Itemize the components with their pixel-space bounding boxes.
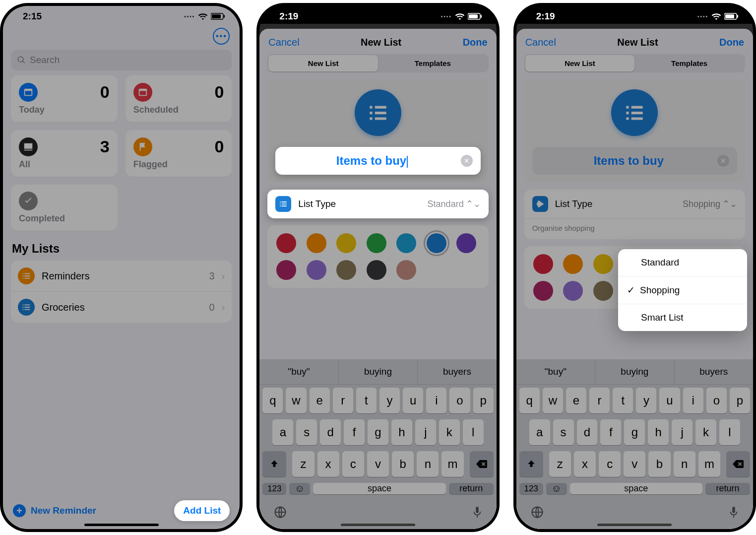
key-x[interactable]: x — [574, 451, 596, 477]
key-r[interactable]: r — [589, 388, 610, 413]
key-d[interactable]: d — [320, 419, 341, 445]
clear-icon[interactable]: ✕ — [717, 155, 729, 167]
emoji-key[interactable]: ☺ — [289, 483, 310, 494]
key-r[interactable]: r — [333, 388, 353, 413]
key-z[interactable]: z — [549, 451, 571, 477]
color-swatch[interactable] — [456, 233, 476, 253]
color-swatch[interactable] — [276, 233, 296, 253]
key-b[interactable]: b — [648, 451, 670, 477]
key-k[interactable]: k — [439, 419, 460, 445]
key-v[interactable]: v — [367, 451, 389, 477]
key-n[interactable]: n — [674, 451, 695, 477]
suggestion[interactable]: buyers — [418, 359, 496, 384]
shift-key[interactable] — [519, 451, 543, 477]
key-u[interactable]: u — [659, 388, 680, 413]
key-u[interactable]: u — [403, 388, 423, 413]
suggestion[interactable]: buyers — [675, 359, 753, 384]
smart-flagged[interactable]: 0 Flagged — [126, 130, 232, 177]
cancel-button[interactable]: Cancel — [268, 37, 299, 48]
key-k[interactable]: k — [695, 419, 716, 445]
home-indicator[interactable] — [597, 524, 672, 526]
color-swatch[interactable] — [533, 281, 553, 301]
number-key[interactable]: 123 — [519, 483, 543, 494]
key-m[interactable]: m — [441, 451, 463, 477]
key-c[interactable]: c — [599, 451, 621, 477]
seg-new-list[interactable]: New List — [525, 55, 635, 71]
number-key[interactable]: 123 — [262, 483, 286, 494]
key-l[interactable]: l — [719, 419, 740, 445]
list-item[interactable]: Groceries 0 › — [11, 292, 232, 323]
list-name-input[interactable]: Items to buy ✕ — [275, 147, 480, 175]
key-t[interactable]: t — [613, 388, 633, 413]
key-a[interactable]: a — [272, 419, 293, 445]
key-z[interactable]: z — [292, 451, 314, 477]
color-swatch[interactable] — [593, 254, 613, 274]
key-t[interactable]: t — [356, 388, 377, 413]
key-i[interactable]: i — [426, 388, 446, 413]
color-swatch[interactable] — [307, 260, 326, 280]
emoji-key[interactable]: ☺ — [546, 483, 567, 494]
globe-icon[interactable] — [530, 505, 544, 521]
home-indicator[interactable] — [84, 524, 159, 526]
suggestion[interactable]: "buy" — [259, 359, 338, 384]
smart-completed[interactable]: Completed — [11, 185, 118, 231]
color-swatch[interactable] — [563, 254, 583, 274]
key-m[interactable]: m — [698, 451, 720, 477]
key-q[interactable]: q — [519, 388, 540, 413]
key-w[interactable]: w — [286, 388, 306, 413]
menu-item-smartlist[interactable]: Smart List — [618, 304, 747, 331]
done-button[interactable]: Done — [719, 37, 744, 48]
key-e[interactable]: e — [310, 388, 330, 413]
mic-icon[interactable] — [728, 505, 739, 521]
color-swatch[interactable] — [367, 260, 386, 280]
key-s[interactable]: s — [296, 419, 317, 445]
color-swatch[interactable] — [533, 254, 553, 274]
key-a[interactable]: a — [529, 419, 550, 445]
suggestion[interactable]: buying — [339, 359, 418, 384]
seg-templates[interactable]: Templates — [634, 55, 744, 71]
list-type-row[interactable]: List Type Shopping⌃⌄ Organise shopping — [524, 190, 745, 239]
segmented-control[interactable]: New List Templates — [524, 54, 745, 72]
smart-all[interactable]: 3 All — [11, 130, 118, 177]
key-d[interactable]: d — [577, 419, 598, 445]
key-i[interactable]: i — [683, 388, 703, 413]
backspace-key[interactable] — [470, 451, 494, 477]
key-b[interactable]: b — [392, 451, 414, 477]
space-key[interactable]: space — [570, 483, 702, 494]
color-swatch[interactable] — [593, 281, 613, 301]
key-y[interactable]: y — [379, 388, 400, 413]
color-swatch[interactable] — [427, 233, 446, 253]
menu-item-standard[interactable]: Standard — [618, 249, 747, 276]
color-swatch[interactable] — [367, 233, 386, 253]
done-button[interactable]: Done — [463, 37, 488, 48]
backspace-key[interactable] — [726, 451, 750, 477]
segmented-control[interactable]: New List Templates — [267, 54, 488, 72]
key-f[interactable]: f — [600, 419, 621, 445]
key-e[interactable]: e — [566, 388, 586, 413]
key-p[interactable]: p — [473, 388, 494, 413]
new-reminder-button[interactable]: + New Reminder — [13, 504, 96, 517]
menu-item-shopping[interactable]: ✓Shopping — [618, 276, 747, 304]
list-type-row[interactable]: List Type Standard⌃⌄ — [267, 190, 488, 218]
list-icon-preview[interactable] — [611, 89, 658, 136]
smart-today[interactable]: 0 Today — [11, 75, 118, 122]
more-button[interactable]: ••• — [213, 28, 230, 45]
color-swatch[interactable] — [336, 233, 356, 253]
key-h[interactable]: h — [648, 419, 669, 445]
add-list-button[interactable]: Add List — [174, 500, 230, 521]
key-o[interactable]: o — [706, 388, 727, 413]
key-c[interactable]: c — [342, 451, 364, 477]
home-indicator[interactable] — [341, 524, 415, 526]
globe-icon[interactable] — [273, 505, 287, 521]
suggestion[interactable]: "buy" — [516, 359, 595, 384]
list-item[interactable]: Reminders 3 › — [11, 261, 232, 292]
key-w[interactable]: w — [543, 388, 563, 413]
color-swatch[interactable] — [307, 233, 326, 253]
key-y[interactable]: y — [636, 388, 656, 413]
key-x[interactable]: x — [317, 451, 339, 477]
key-v[interactable]: v — [624, 451, 645, 477]
color-swatch[interactable] — [276, 260, 296, 280]
list-name-input[interactable]: Items to buy ✕ — [532, 147, 737, 175]
key-o[interactable]: o — [449, 388, 470, 413]
color-swatch[interactable] — [396, 233, 416, 253]
